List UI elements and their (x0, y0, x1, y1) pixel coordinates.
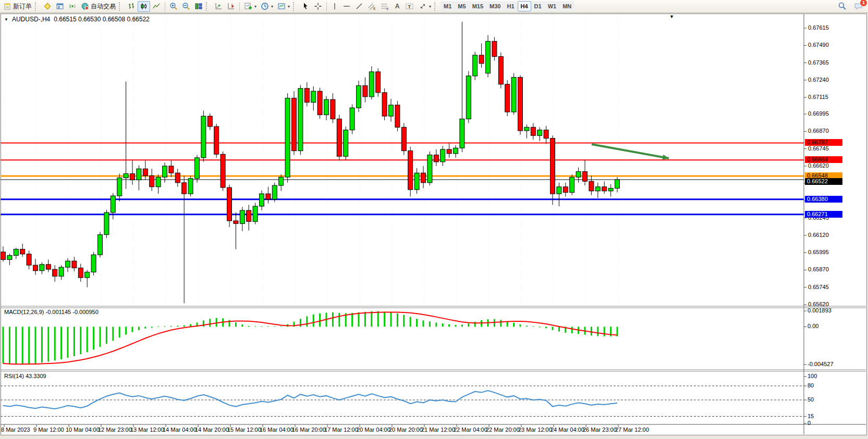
candle-bull (537, 130, 542, 136)
candle-bear (53, 269, 57, 276)
candle-bull (576, 171, 581, 177)
timeframe-d1-button[interactable]: D1 (531, 1, 545, 11)
chart-canvas[interactable] (0, 0, 868, 439)
text-tool-button[interactable]: A (392, 1, 403, 12)
candle-bull (285, 98, 290, 177)
candle-bull (324, 99, 329, 115)
candle-bull (59, 267, 64, 276)
chart-ohlc-readout: 0.66515 0.66530 0.66508 0.66522 (54, 16, 150, 23)
svg-text:T: T (408, 4, 411, 9)
timeframe-h4-button[interactable]: H4 (518, 1, 531, 11)
candle-bear (563, 187, 568, 193)
notification-badge: 1 (860, 0, 867, 7)
candle-bull (14, 249, 18, 256)
candle-bull (124, 173, 128, 178)
data-window-icon (56, 2, 64, 10)
candle-bear (401, 127, 406, 150)
candle-bear (266, 194, 271, 199)
trendline-tool-button[interactable] (353, 1, 365, 12)
timeframe-m1-button[interactable]: M1 (441, 1, 455, 11)
candle-bull (460, 119, 464, 148)
candle-bear (214, 127, 219, 154)
autotrading-label: 自动交易 (91, 2, 116, 11)
crosshair-button[interactable] (312, 1, 324, 12)
candlestick-chart-button[interactable] (138, 1, 150, 12)
line-chart-button[interactable] (150, 1, 163, 12)
new-order-button[interactable]: 新订单 (2, 1, 34, 12)
svg-text:F: F (387, 7, 389, 11)
candle-bear (363, 85, 368, 96)
candle-bear (78, 268, 83, 278)
chart-shift-icon (227, 2, 235, 10)
notifications-button[interactable]: 1 (852, 1, 865, 11)
candle-bear (589, 181, 594, 191)
autotrading-button[interactable]: 自动交易 (79, 1, 118, 12)
candle-bull (369, 72, 374, 97)
market-watch-button[interactable] (41, 1, 54, 12)
candle-bear (408, 151, 413, 190)
candle-bull (466, 76, 471, 119)
candle-bull (260, 194, 264, 206)
horizontal-line-tool-button[interactable] (340, 1, 353, 12)
fibonacci-icon: F (381, 2, 389, 10)
candle-bull (111, 196, 115, 212)
candle-bear (498, 57, 503, 84)
data-window-button[interactable] (54, 1, 66, 12)
search-button[interactable] (836, 1, 849, 11)
timeframe-mn-button[interactable]: MN (559, 1, 574, 11)
chart-symbol-period: AUDUSD-,H4 (12, 16, 50, 23)
indicators-button[interactable] (212, 1, 225, 12)
candle-bull (595, 187, 600, 191)
channel-tool-button[interactable]: E (365, 1, 378, 12)
candle-bear (20, 249, 25, 254)
candle-bull (279, 177, 284, 185)
new-chart-button[interactable]: ▾ (242, 1, 259, 12)
chart-shift-button[interactable] (225, 1, 237, 12)
candle-bull (389, 105, 394, 116)
rsi-indicator-label: RSI(14) 43.3309 (4, 373, 46, 379)
candle-bull (253, 206, 258, 221)
zoom-out-button[interactable] (180, 1, 192, 12)
horizontal-line-icon (343, 2, 351, 10)
timeframe-h1-button[interactable]: H1 (504, 1, 517, 11)
candle-bull (163, 166, 167, 177)
tile-windows-button[interactable] (192, 1, 205, 12)
bar-chart-button[interactable] (125, 1, 138, 12)
candle-bull (454, 148, 458, 154)
chart-title-bar[interactable]: ▼ AUDUSD-,H4 0.66515 0.66530 0.66508 0.6… (4, 16, 150, 23)
toolbar-grip (434, 2, 438, 11)
candle-bull (85, 272, 90, 278)
periods-button[interactable]: ▾ (259, 1, 275, 12)
candle-bull (608, 188, 613, 191)
timeframe-m15-button[interactable]: M15 (469, 1, 486, 11)
timeframe-w1-button[interactable]: W1 (545, 1, 560, 11)
candle-bull (137, 169, 141, 180)
candle-bull (427, 155, 432, 183)
text-label-tool-button[interactable]: T (403, 1, 417, 12)
timeframe-m30-button[interactable]: M30 (486, 1, 504, 11)
candle-bear (434, 155, 438, 162)
candle-bear (27, 254, 31, 265)
toolbar-separator (165, 2, 165, 11)
scroll-to-end-marker-icon[interactable]: ▼ (669, 14, 674, 19)
fibonacci-tool-button[interactable]: F (378, 1, 392, 12)
toolbar-grip (35, 2, 39, 11)
arrows-icon (419, 2, 427, 10)
arrows-tool-button[interactable]: ▾ (417, 1, 433, 12)
candle-bull (570, 177, 574, 192)
vertical-line-tool-button[interactable] (329, 1, 340, 12)
navigator-button[interactable] (66, 1, 79, 12)
candle-bull (272, 185, 277, 199)
trend-arrow[interactable] (592, 144, 669, 158)
templates-button[interactable]: ▾ (275, 1, 292, 12)
signal-icon (68, 2, 77, 10)
zoom-in-button[interactable] (167, 1, 180, 12)
text-label-icon: T (405, 2, 414, 10)
candle-bear (227, 187, 232, 221)
market-watch-icon (43, 2, 52, 10)
collapse-chart-icon[interactable]: ▼ (4, 17, 8, 22)
timeframe-m5-button[interactable]: M5 (455, 1, 469, 11)
candle-bull (104, 212, 109, 235)
candle-bull (156, 177, 161, 187)
cursor-button[interactable] (299, 1, 312, 12)
